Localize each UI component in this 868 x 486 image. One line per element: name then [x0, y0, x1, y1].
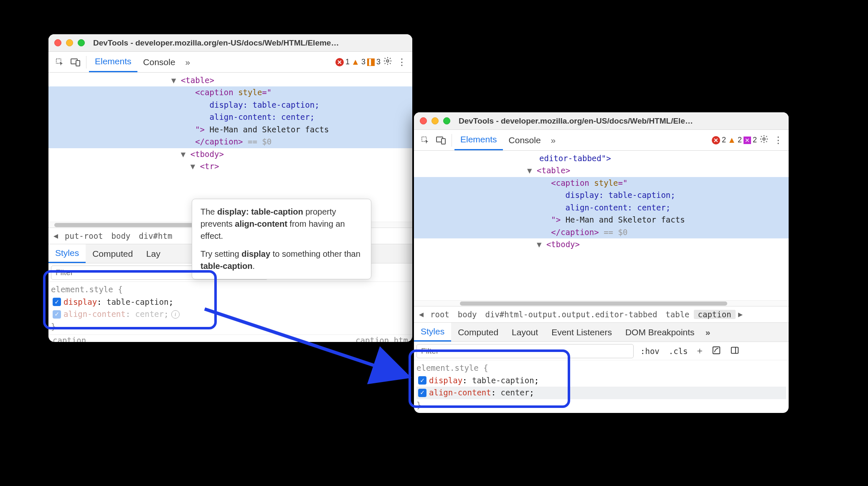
css-hint-tooltip: The display: table-caption property prev… [192, 199, 371, 279]
breadcrumb-item[interactable]: table [661, 310, 693, 319]
tab-console[interactable]: Console [503, 130, 547, 150]
hov-button[interactable]: :hov [638, 347, 662, 356]
minimize-icon[interactable] [66, 39, 73, 46]
css-property-row[interactable]: ✓ display: table-caption; [51, 296, 410, 308]
panel-toggle-icon[interactable] [728, 346, 742, 357]
css-property-row[interactable]: ✓ align-content: center; [416, 387, 786, 399]
subtab-layout[interactable]: Layout [505, 323, 545, 342]
property-checkbox-icon[interactable]: ✓ [418, 389, 426, 397]
issue-badges[interactable]: ✕2 ▲2 ✕2 [712, 136, 757, 144]
css-property-row[interactable]: ✓ display: table-caption; [416, 375, 786, 387]
selector-row: element.style { [51, 284, 410, 296]
tab-elements[interactable]: Elements [89, 52, 137, 72]
subtabs-overflow[interactable]: » [701, 327, 715, 337]
breadcrumb[interactable]: ◂ root body div#html-output.output.edito… [414, 306, 789, 323]
tab-console[interactable]: Console [137, 52, 181, 72]
cls-button[interactable]: .cls [666, 347, 690, 356]
subtab-computed[interactable]: Computed [86, 244, 140, 263]
breadcrumb-item[interactable]: root [426, 310, 454, 319]
close-brace: } [51, 321, 410, 333]
computed-toggle-icon[interactable] [709, 346, 723, 357]
dom-scrollbar[interactable] [414, 300, 789, 306]
styles-subtabs: Styles Computed Layout Event Listeners D… [414, 323, 789, 342]
window-title: DevTools - developer.mozilla.org/en-US/d… [93, 38, 406, 48]
settings-icon[interactable] [757, 134, 771, 146]
css-property-row-inactive[interactable]: ✓ align-content: center; i [51, 308, 410, 320]
device-toggle-icon[interactable] [69, 55, 83, 69]
error-count: 2 [722, 136, 726, 144]
violation-icon: ✕ [744, 137, 751, 144]
issue-badges[interactable]: ✕1 ▲3 ▌3 [335, 58, 381, 66]
devtools-tabbar: Elements Console » ✕2 ▲2 ✕2 ⋮ [414, 130, 789, 151]
selector-row: element.style { [416, 362, 786, 374]
tabs-overflow[interactable]: » [547, 135, 560, 145]
error-icon: ✕ [335, 58, 344, 66]
svg-rect-8 [713, 347, 720, 354]
property-checkbox-icon[interactable]: ✓ [53, 298, 61, 306]
subtab-event-listeners[interactable]: Event Listeners [545, 323, 619, 342]
error-icon: ✕ [712, 136, 720, 144]
subtab-styles[interactable]: Styles [48, 244, 86, 263]
warning-count: 3 [361, 58, 365, 66]
subtab-layout[interactable]: Lay [140, 244, 167, 263]
device-toggle-icon[interactable] [434, 133, 448, 147]
next-rule-peek: captioncaption.htm [48, 334, 412, 342]
traffic-lights [420, 117, 450, 124]
breadcrumb-item[interactable]: div#htm [135, 231, 176, 240]
titlebar[interactable]: DevTools - developer.mozilla.org/en-US/d… [414, 112, 789, 130]
kebab-menu-icon[interactable]: ⋮ [771, 135, 785, 146]
subtab-styles[interactable]: Styles [414, 323, 451, 342]
svg-point-7 [763, 138, 765, 140]
breadcrumb-item[interactable]: div#html-output.output.editor-tabbed [481, 310, 662, 319]
devtools-tabbar: Elements Console » ✕1 ▲3 ▌3 ⋮ [48, 52, 412, 73]
warning-count: 2 [738, 136, 742, 144]
minimize-icon[interactable] [431, 117, 439, 124]
breadcrumb-item[interactable]: body [107, 231, 135, 240]
close-icon[interactable] [420, 117, 427, 124]
kebab-menu-icon[interactable]: ⋮ [395, 57, 409, 68]
info-icon[interactable]: i [171, 310, 180, 319]
tabs-overflow[interactable]: » [181, 57, 195, 67]
dom-tree[interactable]: editor-tabbed"> ▼ <table> <caption style… [414, 151, 789, 300]
breadcrumb-item-current[interactable]: caption [694, 310, 736, 319]
breadcrumb-item[interactable]: put-root [61, 231, 107, 240]
svg-rect-6 [442, 139, 445, 144]
flag-icon: ▌ [367, 58, 375, 66]
warning-icon: ▲ [728, 136, 736, 144]
close-icon[interactable] [54, 39, 61, 46]
svg-rect-9 [731, 347, 739, 353]
breadcrumb-left-icon[interactable]: ◂ [416, 309, 426, 320]
subtab-dom-breakpoints[interactable]: DOM Breakpoints [619, 323, 701, 342]
subtab-computed[interactable]: Computed [451, 323, 505, 342]
titlebar[interactable]: DevTools - developer.mozilla.org/en-US/d… [48, 34, 412, 52]
styles-pane[interactable]: element.style { ✓ display: table-caption… [48, 282, 412, 334]
warning-icon: ▲ [351, 58, 360, 66]
svg-rect-2 [76, 61, 80, 66]
property-checkbox-icon[interactable]: ✓ [418, 376, 426, 385]
filter-input[interactable] [416, 344, 634, 358]
error-count: 1 [345, 58, 350, 66]
breadcrumb-right-icon[interactable]: ▸ [736, 309, 745, 320]
tab-elements[interactable]: Elements [454, 130, 503, 150]
property-checkbox-icon[interactable]: ✓ [53, 310, 61, 319]
svg-point-3 [386, 60, 389, 62]
breadcrumb-left-icon[interactable]: ◂ [51, 230, 61, 241]
violation-count: 2 [753, 136, 757, 144]
window-title: DevTools - developer.mozilla.org/en-US/d… [459, 116, 783, 126]
settings-icon[interactable] [381, 56, 395, 68]
close-brace: } [416, 399, 786, 411]
devtools-window-left: DevTools - developer.mozilla.org/en-US/d… [48, 34, 412, 342]
inspect-icon[interactable] [418, 133, 432, 147]
zoom-icon[interactable] [78, 39, 85, 46]
zoom-icon[interactable] [443, 117, 450, 124]
new-rule-icon[interactable]: + [695, 345, 706, 357]
flag-count: 3 [376, 58, 381, 66]
traffic-lights [54, 39, 85, 46]
devtools-window-right: DevTools - developer.mozilla.org/en-US/d… [414, 112, 789, 413]
inspect-icon[interactable] [53, 55, 67, 69]
styles-pane[interactable]: element.style { ✓ display: table-caption… [414, 360, 789, 413]
filter-bar: :hov .cls + [414, 342, 789, 360]
breadcrumb-item[interactable]: body [454, 310, 481, 319]
